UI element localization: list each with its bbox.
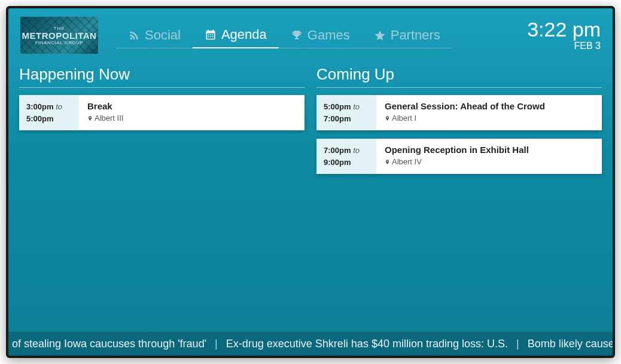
tab-label: Social bbox=[145, 27, 181, 43]
to-word: to bbox=[353, 102, 360, 111]
coming-up-column: Coming Up 5:00pm to 7:00pm General Sessi… bbox=[316, 65, 602, 356]
news-ticker: of stealing Iowa caucuses through 'fraud… bbox=[8, 332, 613, 356]
ticker-separator: | bbox=[516, 338, 519, 350]
brand-logo: THE METROPOLITAN FINANCIAL GROUP bbox=[20, 17, 98, 54]
clock-time: 3:22 pm bbox=[527, 19, 601, 39]
event-start: 3:00pm bbox=[26, 102, 54, 111]
ticker-item: Ex-drug executive Shkreli has $40 millio… bbox=[226, 338, 508, 350]
location-text: Albert IV bbox=[392, 157, 422, 166]
trophy-icon bbox=[291, 29, 303, 41]
event-title: Opening Reception in Exhibit Hall bbox=[385, 145, 593, 155]
tab-games[interactable]: Games bbox=[279, 23, 362, 48]
event-location: Albert III bbox=[87, 114, 296, 123]
event-end: 9:00pm bbox=[324, 157, 369, 169]
event-card[interactable]: 3:00pm to 5:00pm Break Albert III bbox=[19, 95, 305, 130]
tab-label: Agenda bbox=[221, 27, 267, 42]
section-title-now: Happening Now bbox=[19, 65, 305, 88]
pin-icon bbox=[385, 158, 390, 166]
happening-now-column: Happening Now 3:00pm to 5:00pm Break Alb… bbox=[19, 65, 305, 356]
section-title-upcoming: Coming Up bbox=[316, 65, 602, 88]
tab-social[interactable]: Social bbox=[116, 23, 193, 48]
event-start: 5:00pm bbox=[324, 102, 351, 111]
event-location: Albert IV bbox=[385, 157, 593, 166]
to-word: to bbox=[353, 146, 360, 155]
nav-tabs: Social Agenda Games bbox=[116, 22, 452, 48]
screen: THE METROPOLITAN FINANCIAL GROUP Social … bbox=[8, 8, 613, 356]
event-card[interactable]: 5:00pm to 7:00pm General Session: Ahead … bbox=[316, 95, 602, 130]
event-time: 7:00pm to 9:00pm bbox=[316, 139, 376, 174]
calendar-icon bbox=[205, 29, 217, 41]
display-frame: THE METROPOLITAN FINANCIAL GROUP Social … bbox=[6, 6, 615, 358]
event-location: Albert I bbox=[385, 114, 593, 123]
ticker-item: of stealing Iowa caucuses through 'fraud… bbox=[12, 338, 206, 350]
event-body: Break Albert III bbox=[79, 95, 305, 130]
tab-label: Games bbox=[308, 27, 350, 43]
event-title: General Session: Ahead of the Crowd bbox=[385, 101, 593, 111]
tab-partners[interactable]: Partners bbox=[362, 23, 452, 48]
event-time: 3:00pm to 5:00pm bbox=[19, 95, 79, 130]
event-end: 5:00pm bbox=[26, 113, 72, 125]
event-card[interactable]: 7:00pm to 9:00pm Opening Reception in Ex… bbox=[316, 139, 602, 174]
event-body: General Session: Ahead of the Crowd Albe… bbox=[376, 95, 602, 130]
event-body: Opening Reception in Exhibit Hall Albert… bbox=[376, 139, 602, 174]
location-text: Albert III bbox=[95, 114, 123, 123]
event-end: 7:00pm bbox=[324, 113, 369, 125]
event-title: Break bbox=[87, 101, 296, 111]
location-text: Albert I bbox=[392, 114, 416, 123]
content: Happening Now 3:00pm to 5:00pm Break Alb… bbox=[8, 56, 613, 356]
tab-agenda[interactable]: Agenda bbox=[193, 22, 279, 48]
event-start: 7:00pm bbox=[324, 146, 351, 155]
pin-icon bbox=[385, 115, 390, 122]
tab-label: Partners bbox=[391, 27, 440, 43]
logo-line3: FINANCIAL GROUP bbox=[35, 40, 84, 45]
rss-icon bbox=[128, 29, 140, 41]
event-time: 5:00pm to 7:00pm bbox=[316, 95, 376, 130]
pin-icon bbox=[87, 115, 93, 122]
clock: 3:22 pm FEB 3 bbox=[527, 19, 601, 51]
ticker-separator: | bbox=[215, 338, 218, 350]
to-word: to bbox=[56, 102, 62, 111]
logo-line2: METROPOLITAN bbox=[22, 31, 97, 40]
star-icon bbox=[374, 29, 386, 41]
clock-date: FEB 3 bbox=[527, 41, 601, 51]
header: THE METROPOLITAN FINANCIAL GROUP Social … bbox=[8, 8, 613, 56]
ticker-item: Bomb likely caused S bbox=[528, 338, 613, 350]
